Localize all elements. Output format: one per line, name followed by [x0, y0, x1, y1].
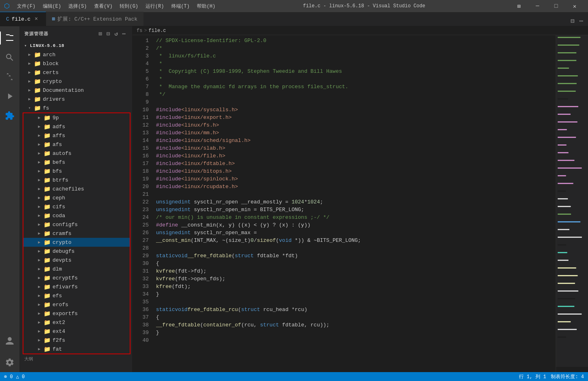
close-button[interactable]: ✕ [565, 0, 584, 12]
folder-fs-afs[interactable]: ▶📁afs [23, 140, 130, 149]
line-num-39: 39 [133, 329, 149, 337]
cursor-position[interactable]: 行 1, 列 1 [519, 373, 546, 380]
line-num-38: 38 [133, 321, 149, 329]
folder-Documentation[interactable]: ▶📁Documentation [19, 86, 132, 95]
folder-drivers[interactable]: ▶📁drivers [19, 95, 132, 104]
line-num-33: 33 [133, 283, 149, 290]
folder-fs-f2fs[interactable]: ▶📁f2fs [23, 336, 130, 345]
line-num-19: 19 [133, 175, 149, 183]
folder-fs-crypto[interactable]: ▶📁crypto [23, 238, 130, 247]
menu-goto[interactable]: 转到(G) [116, 1, 141, 11]
error-count[interactable]: ⊗ 0 [4, 374, 13, 380]
restore-button[interactable]: □ [547, 0, 565, 12]
code-line-11: #include <linux/export.h> [153, 114, 556, 121]
folder-fs-ext2[interactable]: ▶📁ext2 [23, 318, 130, 327]
code-line-1: // SPDX-License-Identifier: GPL-2.0 [153, 37, 556, 44]
run-activity[interactable] [0, 87, 19, 106]
new-folder-icon[interactable]: ⊟ [105, 30, 112, 38]
folder-fs-ext4[interactable]: ▶📁ext4 [23, 327, 130, 336]
folder-fs-affs[interactable]: ▶📁affs [23, 131, 130, 140]
folder-arch[interactable]: ▶📁arch [19, 50, 132, 59]
folder-block[interactable]: ▶📁block [19, 59, 132, 68]
tab-file-c[interactable]: C file.c × [0, 12, 46, 26]
source-control-activity[interactable] [0, 67, 19, 87]
menu-help[interactable]: 帮助(H) [194, 1, 219, 11]
folder-fs-btrfs[interactable]: ▶📁btrfs [23, 176, 130, 184]
code-line-5: * Copyright (C) 1998-1999, Stephen Tweed… [153, 68, 556, 75]
line-num-4: 4 [133, 60, 149, 68]
menu-edit[interactable]: 编辑(E) [40, 1, 65, 11]
code-line-22: unsigned int sysctl_nr_open __read_mostl… [153, 198, 556, 206]
warning-count[interactable]: △ 0 [16, 374, 25, 380]
folder-fs-ecryptfs[interactable]: ▶📁ecryptfs [23, 273, 130, 282]
code-line-20: #include <linux/rcupdate.h> [153, 183, 556, 190]
breadcrumb-fs[interactable]: fs [137, 28, 142, 34]
line-num-30: 30 [133, 260, 149, 267]
folder-fs-configfs[interactable]: ▶📁configfs [23, 220, 130, 229]
layout-button[interactable]: ⊞ [510, 0, 528, 12]
folder-fs-exportfs[interactable]: ▶📁exportfs [23, 309, 130, 318]
folder-fs-debugfs[interactable]: ▶📁debugfs [23, 247, 130, 256]
tab-size[interactable]: 制表符长度: 4 [551, 373, 584, 380]
new-file-icon[interactable]: ⊞ [97, 30, 103, 38]
tab-extension[interactable]: ⊞ 扩展: C/C++ Extension Pack [46, 12, 143, 26]
code-editor: 1234567891011121314151617181920212223242… [133, 35, 588, 372]
line-num-40: 40 [133, 337, 149, 344]
folder-fs-bfs[interactable]: ▶📁bfs [23, 167, 130, 176]
folder-fs-autofs[interactable]: ▶📁autofs [23, 149, 130, 158]
folder-fs-9p[interactable]: ▶📁9p [23, 113, 130, 122]
line-num-14: 14 [133, 137, 149, 144]
refresh-icon[interactable]: ↺ [113, 30, 119, 38]
line-num-3: 3 [133, 52, 149, 60]
split-editor-icon[interactable]: ⊟ [569, 16, 576, 26]
folder-fs-dlm[interactable]: ▶📁dlm [23, 265, 130, 273]
collapse-icon[interactable]: ⋯ [121, 30, 127, 38]
code-content[interactable]: // SPDX-License-Identifier: GPL-2.0/* * … [153, 35, 556, 372]
folder-crypto[interactable]: ▶📁crypto [19, 77, 132, 86]
folder-certs[interactable]: ▶📁certs [19, 68, 132, 77]
tab-close-file-c[interactable]: × [33, 16, 40, 22]
breadcrumb-file[interactable]: file.c [149, 28, 166, 34]
arrow-ext2: ▶ [38, 320, 44, 325]
menu-file[interactable]: 文件(F) [14, 1, 39, 11]
arrow-drivers: ▶ [28, 97, 34, 102]
folder-fs-cifs[interactable]: ▶📁cifs [23, 202, 130, 211]
account-activity[interactable] [0, 331, 19, 351]
search-activity[interactable] [0, 48, 19, 67]
folder-fs-ceph[interactable]: ▶📁ceph [23, 193, 130, 202]
more-tabs-icon[interactable]: ⋯ [577, 16, 585, 26]
folder-fs-cramfs[interactable]: ▶📁cramfs [23, 229, 130, 238]
code-line-21 [153, 190, 556, 198]
menu-view[interactable]: 查看(V) [91, 1, 116, 11]
code-line-4: * [153, 60, 556, 68]
menu-run[interactable]: 运行(R) [142, 1, 167, 11]
line-num-1: 1 [133, 37, 149, 44]
menu-select[interactable]: 选择(S) [65, 1, 90, 11]
code-line-8: */ [153, 91, 556, 98]
folder-fs-devpts[interactable]: ▶📁devpts [23, 256, 130, 265]
folder-fs-adfs[interactable]: ▶📁adfs [23, 122, 130, 131]
titlebar: ⬡ 文件(F) 编辑(E) 选择(S) 查看(V) 转到(G) 运行(R) 终端… [0, 0, 588, 12]
activitybar [0, 26, 19, 372]
settings-activity[interactable] [0, 353, 19, 372]
menu-bar: 文件(F) 编辑(E) 选择(S) 查看(V) 转到(G) 运行(R) 终端(T… [14, 1, 219, 11]
folder-fs-fat[interactable]: ▶📁fat [23, 345, 130, 353]
folder-fs-befs[interactable]: ▶📁befs [23, 158, 130, 167]
folder-fs-erofs[interactable]: ▶📁erofs [23, 300, 130, 309]
menu-terminal[interactable]: 终端(T) [168, 1, 193, 11]
minimize-button[interactable]: ─ [528, 0, 547, 12]
extensions-activity[interactable] [0, 106, 19, 125]
root-folder[interactable]: ▾ LINUX-5.6.18 [19, 41, 132, 50]
folder-fs-coda[interactable]: ▶📁coda [23, 211, 130, 220]
code-line-25: #define __const_min(x, y) ((x) < (y) ? (… [153, 221, 556, 229]
code-line-39: } [153, 329, 556, 337]
line-num-2: 2 [133, 44, 149, 52]
code-line-16: #include <linux/file.h> [153, 152, 556, 160]
folder-fs-efivarfs[interactable]: ▶📁efivarfs [23, 282, 130, 291]
explorer-activity[interactable] [0, 28, 19, 48]
line-num-6: 6 [133, 75, 149, 83]
folder-fs[interactable]: ▾ 📁 fs [19, 104, 132, 112]
sidebar-actions: ⊞ ⊟ ↺ ⋯ [97, 30, 127, 38]
folder-fs-cachefiles[interactable]: ▶📁cachefiles [23, 184, 130, 193]
folder-fs-efs[interactable]: ▶📁efs [23, 291, 130, 300]
